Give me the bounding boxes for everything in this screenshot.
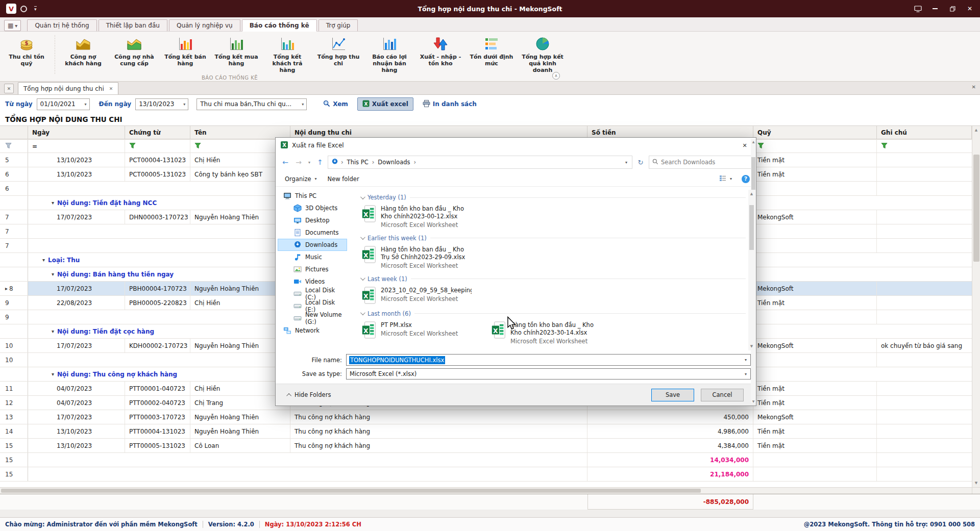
file-group-header[interactable]: Yesterday (1): [360, 192, 746, 203]
menu-tab-2[interactable]: Quản lý nghiệp vụ: [169, 19, 240, 31]
sidebar-item-documents[interactable]: Documents: [278, 226, 347, 239]
file-item-h-ng-t-n-kho-ban-u-kho-k[interactable]: XHàng tồn kho ban đầu _ Kho Kho chính202…: [361, 205, 478, 229]
ribbon-item-barRed[interactable]: Tổng kết bán hàng: [161, 34, 210, 68]
type-filter-combobox[interactable]: Thu chi mua bán,Thu chi qu... ▾: [197, 98, 307, 110]
file-item-h-ng-t-n-kho-ban-u-kho-t[interactable]: XHàng tồn kho ban đầu _ Kho Trụ Sở Chính…: [361, 246, 478, 269]
collapse-arrow-icon[interactable]: ▾: [52, 328, 54, 334]
sidebar-item-local-disk-c[interactable]: Local Disk (C:): [278, 288, 347, 300]
app-logo-icon[interactable]: V: [6, 4, 16, 14]
sidebar-item-music[interactable]: Music: [278, 251, 347, 263]
tab-tong-hop-noi-dung-thu-chi[interactable]: Tổng hợp nội dung thu chi ✕: [18, 82, 118, 94]
collapse-arrow-icon[interactable]: ▾: [52, 371, 54, 377]
search-input[interactable]: Search Downloads: [649, 156, 752, 169]
horizontal-scrollbar[interactable]: [0, 487, 972, 494]
file-item-pt-pm-xlsx[interactable]: XPT PM.xlsxMicrosoft Excel Worksheet: [361, 321, 478, 345]
minimize-button[interactable]: [928, 3, 942, 15]
file-list-scrollbar[interactable]: ▲ ▼: [748, 190, 755, 350]
collapse-arrow-icon[interactable]: ▾: [42, 257, 45, 263]
horizontal-scroll-thumb[interactable]: [1, 489, 701, 493]
sidebar-item-3d-objects[interactable]: 3D Objects: [278, 202, 347, 214]
data-row[interactable]: 1317/07/2023PTT00003-170723Nguyễn Hoàng …: [0, 410, 972, 424]
refresh-button[interactable]: ↻: [634, 156, 647, 169]
ribbon-item-money[interactable]: $Thu chi tồn quỹ: [2, 34, 51, 68]
to-date-input[interactable]: 13/10/2023 ▾: [135, 98, 188, 110]
menu-tab-3[interactable]: Báo cáo thống kê: [242, 19, 317, 31]
data-row[interactable]: 1513/10/2023PTT00005-131023Cô LoanThu cô…: [0, 439, 972, 453]
type-filter-dropdown-icon[interactable]: ▾: [300, 102, 305, 107]
forward-button[interactable]: →: [293, 156, 304, 168]
close-all-tabs-button[interactable]: ✕: [4, 84, 14, 93]
quick-access-circle-icon[interactable]: [20, 6, 27, 12]
ribbon-item-barMulti[interactable]: Tổng kết khách trả hàng: [263, 34, 312, 75]
quick-access-customize-icon[interactable]: ▾: [34, 6, 37, 11]
sidebar-item-new-volume-g[interactable]: New Volume (G:): [278, 312, 347, 324]
menu-tab-1[interactable]: Thiết lập ban đầu: [99, 19, 167, 31]
sidebar-item-local-disk-e[interactable]: Local Disk (E:): [278, 300, 347, 312]
sidebar-item-network[interactable]: Network: [278, 324, 347, 337]
file-group-header[interactable]: Last month (6): [360, 309, 746, 319]
ribbon-item-pie[interactable]: Tổng hợp kết quả kinh doanh: [518, 34, 567, 75]
history-dropdown-icon[interactable]: ▾: [306, 156, 312, 168]
sidebar-item-videos[interactable]: Videos: [278, 275, 347, 288]
new-folder-button[interactable]: New folder: [325, 173, 362, 185]
filter-cell-qu[interactable]: [753, 140, 877, 153]
breadcrumb-downloads[interactable]: Downloads: [377, 159, 411, 166]
sidebar-item-downloads[interactable]: Downloads: [278, 239, 347, 251]
ribbon-item-area2[interactable]: Công nợ nhà cung cấp: [110, 34, 159, 68]
ribbon-item-barBlue[interactable]: Báo cáo lợi nhuận bán hàng: [365, 34, 414, 75]
vertical-scroll-thumb[interactable]: [973, 155, 979, 262]
scroll-down-icon[interactable]: ▼: [748, 342, 756, 350]
fit-screen-button[interactable]: [911, 3, 925, 15]
from-date-dropdown-icon[interactable]: ▾: [83, 102, 88, 107]
file-group-header[interactable]: Last week (1): [360, 274, 746, 284]
cancel-button[interactable]: Cancel: [701, 389, 744, 401]
file-item-h-ng-t-n-kho-ban-u-kho-k[interactable]: XHàng tồn kho ban đầu _ Kho Kho chính202…: [491, 321, 607, 345]
from-date-input[interactable]: 01/10/2021 ▾: [37, 98, 90, 110]
ribbon-item-list[interactable]: Tồn dưới định mức: [467, 34, 516, 68]
ribbon-item-lineBlue[interactable]: Tổng hợp thu chi: [314, 34, 363, 68]
tab-close-icon[interactable]: ✕: [109, 86, 113, 91]
application-menu-button[interactable]: ▦▾: [4, 20, 21, 31]
restore-button[interactable]: [945, 3, 960, 15]
sidebar-item-this-pc[interactable]: This PC: [278, 190, 347, 202]
scroll-up-icon[interactable]: ▲: [748, 190, 756, 198]
address-bar[interactable]: › This PC › Downloads › ▾: [328, 156, 632, 169]
collapse-arrow-icon[interactable]: ▾: [52, 271, 54, 277]
save-as-type-dropdown-icon[interactable]: ▾: [741, 369, 750, 379]
export-excel-button[interactable]: X Xuất excel: [357, 97, 413, 111]
scroll-down-icon[interactable]: ▼: [972, 479, 980, 487]
help-icon[interactable]: ?: [742, 175, 750, 183]
column-header-ng-y[interactable]: Ngày: [28, 126, 125, 139]
subtotal-row[interactable]: 1521,184,000: [0, 467, 972, 482]
scroll-up-icon[interactable]: ▲: [972, 126, 980, 134]
menu-tab-4[interactable]: Trợ giúp: [318, 19, 358, 31]
file-list-scroll-thumb[interactable]: [749, 205, 754, 250]
column-header-qu[interactable]: Quỹ: [753, 126, 877, 139]
file-item-2023-10-02-09-59-58-keep[interactable]: X2023_10_02_09_59_58_keeping_time.xlsxMi…: [361, 287, 478, 304]
print-list-button[interactable]: In danh sách: [418, 97, 482, 111]
subtotal-row[interactable]: 1514,034,000: [0, 453, 972, 467]
file-name-dropdown-icon[interactable]: ▾: [741, 355, 750, 365]
up-button[interactable]: ↑: [314, 156, 326, 168]
sidebar-item-pictures[interactable]: Pictures: [278, 263, 347, 275]
filter-cell-ch-ng-t[interactable]: [125, 140, 190, 153]
filter-operator[interactable]: =: [32, 143, 37, 150]
view-button[interactable]: Xem: [318, 97, 353, 111]
ribbon-collapse-button[interactable]: ∧: [552, 72, 560, 80]
filter-cell-ng-y[interactable]: =: [28, 140, 125, 153]
collapse-arrow-icon[interactable]: ▾: [52, 200, 54, 206]
ribbon-item-arrows[interactable]: Xuất - nhập - tồn kho: [416, 34, 465, 68]
filter-cell-ghi-ch[interactable]: [877, 140, 972, 153]
close-button[interactable]: ✕: [963, 3, 977, 15]
ribbon-item-barGreen[interactable]: Tổng kết mua hàng: [212, 34, 261, 68]
hide-folders-button[interactable]: Hide Folders: [288, 391, 331, 398]
organize-button[interactable]: Organize ▾: [282, 173, 322, 185]
menu-tab-0[interactable]: Quản trị hệ thống: [27, 19, 96, 31]
ribbon-item-area1[interactable]: Công nợ khách hàng: [59, 34, 108, 68]
address-dropdown-icon[interactable]: ▾: [624, 160, 629, 165]
to-date-dropdown-icon[interactable]: ▾: [182, 102, 187, 107]
file-group-header[interactable]: Earlier this week (1): [360, 233, 746, 243]
tabbar-close-button[interactable]: ✕: [972, 84, 976, 90]
data-row[interactable]: 1413/10/2023PTT00004-131023Nguyễn Hoàng …: [0, 424, 972, 439]
vertical-scrollbar[interactable]: ▲ ▼: [972, 126, 980, 487]
